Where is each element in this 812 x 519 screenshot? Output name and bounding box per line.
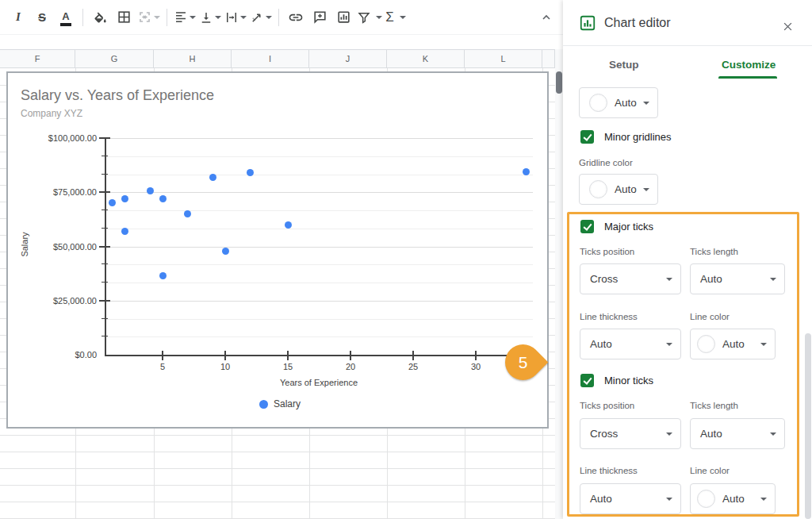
merge-cells-button[interactable] xyxy=(137,6,160,29)
borders-button[interactable] xyxy=(113,6,134,29)
column-header-J[interactable]: J xyxy=(309,50,387,67)
major-line-color-value: Auto xyxy=(722,338,756,350)
text-color-button[interactable]: A xyxy=(56,6,76,29)
sheet-scrollbar-thumb[interactable] xyxy=(556,71,562,94)
column-header-G[interactable]: G xyxy=(75,50,154,67)
text-rotation-button[interactable] xyxy=(250,6,272,29)
data-point[interactable] xyxy=(184,210,191,217)
collapse-toolbar-button[interactable] xyxy=(536,6,557,29)
dropdown-caret-icon xyxy=(760,343,767,346)
insert-chart-button[interactable] xyxy=(333,6,354,29)
x-tick-label: 25 xyxy=(401,362,425,371)
minor-line-thickness-value: Auto xyxy=(590,493,661,505)
text-color-bar xyxy=(60,23,71,26)
fill-color-button[interactable] xyxy=(90,6,110,29)
toolbar-divider xyxy=(278,9,279,26)
dropdown-caret-icon xyxy=(666,343,672,346)
dropdown-caret-icon xyxy=(770,432,776,436)
text-rotation-icon xyxy=(250,10,264,25)
major-ticks-position-dropdown[interactable]: Cross xyxy=(580,263,681,294)
close-button[interactable] xyxy=(779,17,796,35)
dropdown-caret-icon xyxy=(760,498,767,501)
axis-color-value: Auto xyxy=(615,97,638,109)
data-point[interactable] xyxy=(209,174,216,181)
column-header-partial[interactable] xyxy=(542,50,555,67)
dropdown-caret-icon xyxy=(666,278,672,281)
minor-line-thickness-dropdown[interactable]: Auto xyxy=(580,483,681,514)
strikethrough-button[interactable]: S xyxy=(32,6,52,29)
sheet-vertical-scrollbar[interactable] xyxy=(555,49,563,519)
functions-button[interactable]: Σ xyxy=(385,6,406,29)
minor-ticks-position-dropdown[interactable]: Cross xyxy=(580,418,681,449)
major-ticks-checkbox[interactable] xyxy=(580,220,594,233)
column-header-K[interactable]: K xyxy=(387,50,465,67)
borders-icon xyxy=(117,10,132,25)
gridline-color-value: Auto xyxy=(615,183,638,195)
chart-card[interactable]: Salary vs. Years of Experience Company X… xyxy=(6,71,549,429)
panel-scrollbar-thumb[interactable] xyxy=(805,333,811,519)
legend-series-dot xyxy=(259,400,268,409)
x-major-tick xyxy=(412,351,414,360)
insert-comment-icon xyxy=(312,10,327,25)
minor-gridline xyxy=(105,264,533,265)
data-point[interactable] xyxy=(523,168,530,175)
horizontal-align-button[interactable] xyxy=(174,6,196,29)
minor-ticks-length-dropdown[interactable]: Auto xyxy=(690,418,785,449)
major-ticks-position-label: Ticks position xyxy=(580,247,634,256)
minor-ticks-position-label: Ticks position xyxy=(580,401,634,410)
insert-link-button[interactable] xyxy=(285,6,306,29)
vertical-align-button[interactable] xyxy=(199,6,221,29)
data-point[interactable] xyxy=(121,228,128,235)
x-major-tick xyxy=(475,351,477,360)
grid-line xyxy=(0,485,555,486)
x-tick-label: 15 xyxy=(276,362,300,371)
merge-cells-caret xyxy=(154,16,160,19)
minor-line-thickness-label: Line thickness xyxy=(580,466,638,475)
filter-button[interactable] xyxy=(357,6,382,29)
column-header-row: FGHIJKL xyxy=(0,49,555,68)
minor-gridline xyxy=(105,175,533,175)
major-line-thickness-dropdown[interactable]: Auto xyxy=(580,329,681,359)
major-ticks-length-label: Ticks length xyxy=(690,247,738,256)
minor-gridline xyxy=(105,336,533,337)
column-header-F[interactable]: F xyxy=(0,50,75,67)
minor-ticks-length-label: Ticks length xyxy=(690,401,738,410)
data-point[interactable] xyxy=(159,272,167,279)
minor-line-color-dropdown[interactable]: Auto xyxy=(690,483,776,514)
minor-gridlines-checkbox[interactable] xyxy=(580,130,594,144)
minor-ticks-label: Minor ticks xyxy=(604,375,653,386)
data-point[interactable] xyxy=(247,169,254,176)
axis-color-dropdown[interactable]: Auto xyxy=(579,87,658,118)
tab-setup[interactable]: Setup xyxy=(609,59,639,71)
data-point[interactable] xyxy=(285,221,292,229)
major-line-color-dropdown[interactable]: Auto xyxy=(690,329,776,359)
dropdown-caret-icon xyxy=(666,432,672,436)
data-point[interactable] xyxy=(147,187,154,194)
text-wrap-button[interactable] xyxy=(224,6,247,29)
y-axis-title: Salary xyxy=(20,221,29,268)
minor-line-color-value: Auto xyxy=(722,493,756,505)
toolbar: I S A xyxy=(0,0,563,35)
sigma-icon: Σ xyxy=(385,10,394,25)
column-header-L[interactable]: L xyxy=(465,50,542,67)
data-point[interactable] xyxy=(159,195,167,202)
minor-ticks-checkbox[interactable] xyxy=(580,374,594,387)
insert-comment-button[interactable] xyxy=(309,6,330,29)
major-ticks-length-dropdown[interactable]: Auto xyxy=(690,263,785,294)
data-point[interactable] xyxy=(109,199,116,206)
column-header-I[interactable]: I xyxy=(232,50,309,67)
minor-gridline xyxy=(105,210,533,211)
italic-button[interactable]: I xyxy=(8,6,29,29)
column-header-H[interactable]: H xyxy=(154,50,232,67)
minor-ticks-length-value: Auto xyxy=(700,428,765,440)
y-axis-line xyxy=(105,138,106,355)
gridline-color-dropdown[interactable]: Auto xyxy=(579,174,658,205)
step-callout-number: 5 xyxy=(505,344,541,380)
data-point[interactable] xyxy=(222,248,229,255)
tab-customize[interactable]: Customize xyxy=(722,59,776,71)
major-gridline xyxy=(105,301,533,302)
data-point[interactable] xyxy=(121,195,128,202)
minor-line-color-label: Line color xyxy=(690,466,730,475)
panel-title: Chart editor xyxy=(604,16,671,30)
dropdown-caret-icon xyxy=(643,188,649,191)
